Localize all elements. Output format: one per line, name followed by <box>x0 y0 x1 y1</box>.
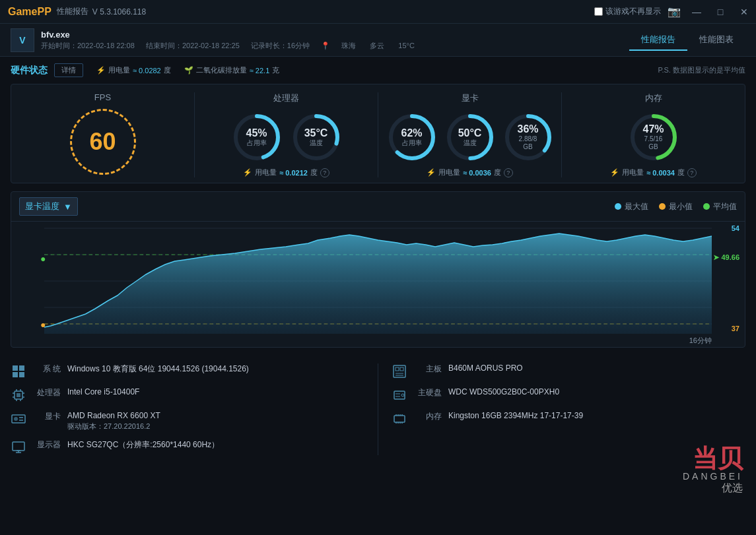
svg-point-47 <box>401 394 404 396</box>
titlebar: GamePP 性能报告 V 5.3.1066.118 该游戏不再显示 📷 — □… <box>0 0 756 24</box>
legend-avg: 平均值 <box>703 201 737 212</box>
minimize-button[interactable]: — <box>685 0 708 24</box>
location: 珠海 <box>341 42 356 49</box>
fps-value: 60 <box>89 128 116 156</box>
gpu-usage-percent: 62% <box>401 127 422 139</box>
co2-status: 🌱 二氧化碳排放量 ≈ 22.1 克 <box>184 65 280 75</box>
mb-row: 主板 B460M AORUS PRO <box>392 363 745 379</box>
power-status: ⚡ 用电量 ≈ 0.0282 度 <box>96 65 171 75</box>
gpu-help-icon[interactable]: ? <box>504 168 513 177</box>
legend-items: 最大值 最小值 平均值 <box>615 201 737 212</box>
memory-power-row: ⚡ 用电量 ≈ 0.0034 度 ? <box>610 168 697 177</box>
memory-power-icon: ⚡ <box>610 168 619 177</box>
no-show-label[interactable]: 该游戏不再显示 <box>594 6 661 17</box>
power-icon: ⚡ <box>96 66 106 75</box>
legend-max: 最大值 <box>615 201 648 212</box>
camera-icon[interactable]: 📷 <box>668 5 681 18</box>
os-key: 系 统 <box>33 363 61 375</box>
chart-selector-label: 显卡温度 <box>25 201 59 212</box>
svg-rect-20 <box>19 365 24 371</box>
watermark-line1: 当贝 <box>683 446 743 471</box>
gpu-temp-text: 50°C 温度 <box>458 127 482 147</box>
memory-section: 内存 47% 7.5/16 GB ⚡ 用电量 ≈ 0.0034 度 ? <box>562 92 745 177</box>
gauges-row: FPS 60 处理器 45% 占用率 <box>11 84 745 183</box>
cpu-title: 处理器 <box>273 92 299 104</box>
sys-col-left: 系 统 Windows 10 教育版 64位 19044.1526 (19044… <box>11 363 364 455</box>
detail-button[interactable]: 详情 <box>54 63 83 77</box>
sys-info: 系 统 Windows 10 教育版 64位 19044.1526 (19044… <box>0 356 756 463</box>
nav-tabs: 性能报告 性能图表 <box>629 30 745 51</box>
monitor-icon <box>11 439 26 455</box>
gpu-temp-gauge: 50°C 温度 <box>444 111 497 164</box>
gpu-vram-percent: 36% <box>515 123 541 135</box>
cpu-sys-key: 处理器 <box>33 387 61 398</box>
ram-val: Kingston 16GB 2394MHz 17-17-17-39 <box>448 411 583 420</box>
sys-divider <box>378 363 378 455</box>
tab-chart[interactable]: 性能图表 <box>687 30 745 51</box>
sys-col-right: 主板 B460M AORUS PRO 主硬盘 WDC WDS500G2B0C-0… <box>392 363 745 455</box>
watermark: 当贝 DANGBEI 优选 <box>683 446 743 495</box>
end-time: 结束时间：2022-02-18 22:25 <box>146 42 240 49</box>
memory-help-icon[interactable]: ? <box>687 168 697 177</box>
chart-selector[interactable]: 显卡温度 ▼ <box>19 197 78 216</box>
hw-status-bar: 硬件状态 详情 ⚡ 用电量 ≈ 0.0282 度 🌱 二氧化碳排放量 ≈ 22.… <box>11 63 745 77</box>
monitor-row: 显示器 HKC SG27QC（分辨率:2560*1440 60Hz） <box>11 439 364 455</box>
legend-max-dot <box>615 203 621 210</box>
chart-avg-label: ➤ 49.66 <box>713 253 739 262</box>
ram-key: 内存 <box>414 411 442 422</box>
gpu-section: 显卡 62% 占用率 <box>378 92 562 177</box>
fps-title: FPS <box>94 92 111 102</box>
gpu-temp-label: 温度 <box>458 140 482 148</box>
app-header: V bfv.exe 开始时间：2022-02-18 22:08 结束时间：202… <box>0 24 756 57</box>
mb-icon <box>392 363 407 379</box>
game-meta: 开始时间：2022-02-18 22:08 结束时间：2022-02-18 22… <box>41 41 629 51</box>
memory-power-value: ≈ 0.0034 <box>646 169 675 177</box>
memory-title: 内存 <box>645 92 662 104</box>
gpu-vram-label: 2.88/8 GB <box>515 136 541 152</box>
cpu-usage-percent: 45% <box>246 127 267 139</box>
monitor-key: 显示器 <box>33 439 61 451</box>
storage-row: 主硬盘 WDC WDS500G2B0C-00PXH0 <box>392 387 745 403</box>
cpu-temp-label: 温度 <box>304 140 328 148</box>
tab-report[interactable]: 性能报告 <box>629 30 687 51</box>
svg-rect-34 <box>14 417 18 421</box>
cpu-usage-label: 占用率 <box>246 140 267 148</box>
min-dot-left: ● <box>40 319 46 330</box>
svg-rect-21 <box>13 372 18 377</box>
close-button[interactable]: ✕ <box>732 0 756 24</box>
gpu-usage-gauge: 62% 占用率 <box>386 111 438 164</box>
gpu-temp-value: 50°C <box>458 127 482 139</box>
gpu-driver: 驱动版本：27.20.22016.2 <box>67 422 160 431</box>
gpu-power-value: ≈ 0.0036 <box>463 169 491 177</box>
cpu-temp-value: 35°C <box>304 127 328 139</box>
cpu-power-value: ≈ 0.0212 <box>279 169 308 177</box>
cpu-usage-gauge: 45% 占用率 <box>230 111 283 164</box>
location-icon: 📍 <box>321 42 330 49</box>
status-items: ⚡ 用电量 ≈ 0.0282 度 🌱 二氧化碳排放量 ≈ 22.1 克 <box>96 65 279 75</box>
restore-button[interactable]: □ <box>708 0 732 24</box>
chart-container: 54 ➤ 49.66 37 ● ● <box>11 222 745 347</box>
cpu-gauges: 45% 占用率 35°C 温度 <box>230 111 343 164</box>
cpu-temp-gauge: 35°C 温度 <box>290 111 343 164</box>
fps-section: FPS 60 <box>11 92 195 177</box>
svg-rect-19 <box>13 365 18 371</box>
memory-gauge: 47% 7.5/16 GB <box>627 111 680 164</box>
gpu-usage-label: 占用率 <box>401 140 422 148</box>
main-content: 硬件状态 详情 ⚡ 用电量 ≈ 0.0282 度 🌱 二氧化碳排放量 ≈ 22.… <box>0 57 756 354</box>
cpu-row: 处理器 Intel Core i5-10400F <box>11 387 364 403</box>
gpu-power-icon: ⚡ <box>427 168 436 177</box>
hw-label: 硬件状态 <box>11 65 48 77</box>
chart-max-label: 54 <box>732 224 739 232</box>
chart-min-label: 37 <box>732 325 739 332</box>
chart-selector-arrow: ▼ <box>63 202 72 212</box>
no-show-checkbox[interactable] <box>594 7 603 16</box>
legend-avg-dot <box>703 203 710 210</box>
record-time: 记录时长：16分钟 <box>251 42 310 49</box>
cpu-help-icon[interactable]: ? <box>320 168 329 177</box>
report-title: 性能报告 <box>57 6 88 17</box>
os-row: 系 统 Windows 10 教育版 64位 19044.1526 (19044… <box>11 363 364 379</box>
storage-key: 主硬盘 <box>414 387 442 398</box>
chart-toolbar: 显卡温度 ▼ 最大值 最小值 平均值 <box>11 192 745 222</box>
mb-val: B460M AORUS PRO <box>448 363 523 373</box>
svg-rect-24 <box>17 393 20 397</box>
